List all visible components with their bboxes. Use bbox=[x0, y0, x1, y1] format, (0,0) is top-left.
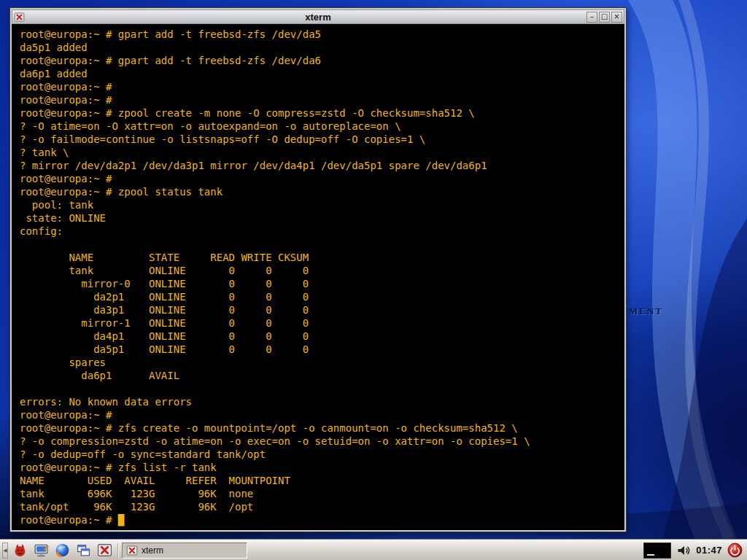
minimize-button[interactable]: – bbox=[587, 12, 597, 23]
web-browser-icon bbox=[55, 542, 70, 558]
close-button[interactable]: × bbox=[611, 12, 622, 23]
xterm-icon bbox=[14, 12, 25, 23]
window-list-icon bbox=[76, 542, 91, 558]
wallpaper-text-fragment: MENT bbox=[629, 306, 663, 317]
window-title: xterm bbox=[12, 12, 624, 23]
show-desktop-icon bbox=[34, 542, 49, 558]
clock[interactable]: 01:47 bbox=[696, 545, 722, 556]
system-tray: 01:47 bbox=[643, 542, 745, 559]
taskbar-task-xterm[interactable]: xterm bbox=[122, 542, 247, 559]
app-menu-icon bbox=[12, 542, 28, 558]
terminal-output[interactable]: root@europa:~ # gpart add -t freebsd-zfs… bbox=[12, 24, 624, 530]
maximize-button[interactable]: □ bbox=[599, 12, 610, 23]
panel-hide-handle[interactable]: ◀ bbox=[2, 542, 8, 559]
app-menu-button[interactable] bbox=[10, 542, 29, 559]
window-controls: – □ × bbox=[587, 12, 622, 23]
logout-power-button[interactable] bbox=[727, 542, 743, 558]
xterm-window: xterm – □ × root@europa:~ # gpart add -t… bbox=[9, 7, 627, 532]
tray-display-applet[interactable] bbox=[643, 542, 671, 559]
browser-launcher-button[interactable] bbox=[53, 542, 71, 559]
taskbar: ◀ xterm bbox=[0, 540, 747, 560]
show-desktop-button[interactable] bbox=[31, 542, 50, 559]
power-icon bbox=[727, 542, 743, 558]
desktop: MENT xterm – □ × root@europa:~ # gpart a… bbox=[0, 0, 747, 560]
window-list-button[interactable] bbox=[74, 542, 93, 559]
volume-icon[interactable] bbox=[676, 543, 691, 558]
xterm-task-icon bbox=[126, 545, 138, 556]
taskbar-separator bbox=[117, 543, 118, 558]
task-button-label: xterm bbox=[142, 545, 163, 556]
titlebar[interactable]: xterm – □ × bbox=[12, 9, 624, 24]
xterm-launcher-icon bbox=[97, 542, 112, 558]
terminal-launcher-button[interactable] bbox=[95, 542, 114, 559]
